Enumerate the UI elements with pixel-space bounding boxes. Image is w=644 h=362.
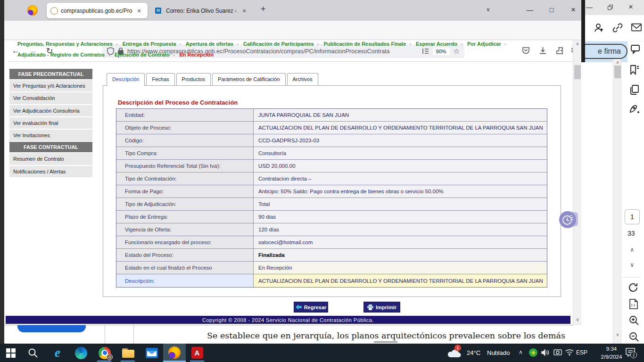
language-indicator[interactable]: ESP xyxy=(576,349,587,356)
taskbar-explorer-button[interactable] xyxy=(120,344,137,362)
page-down-icon[interactable]: ∨ xyxy=(630,261,635,268)
pocket-icon[interactable] xyxy=(522,47,530,55)
row-value: 120 días xyxy=(253,223,547,236)
weather-condition-text[interactable]: Nublado xyxy=(487,349,510,356)
row-value: saloceci@hotmail.com xyxy=(253,236,547,248)
close-icon[interactable]: × xyxy=(628,2,633,12)
row-label: Código: xyxy=(116,134,253,147)
minimize-button[interactable]: — xyxy=(521,3,539,17)
taskbar-firefox-active-tile[interactable] xyxy=(163,344,186,362)
breadcrumb-item[interactable]: Publicación de Resultados Finale xyxy=(323,41,406,47)
tab-compraspublicas[interactable]: compraspublicas.gob.ec/Proce × xyxy=(47,3,148,18)
breadcrumb-item[interactable]: Adjudicado - Registro de Contratos xyxy=(17,52,105,58)
pages-copy-icon[interactable] xyxy=(628,84,640,95)
regresar-button[interactable]: Regresar xyxy=(294,302,328,313)
email-icon[interactable] xyxy=(631,23,642,32)
tab-list-chevron-icon[interactable]: ∨ xyxy=(486,6,490,13)
clock-icon[interactable] xyxy=(559,211,576,228)
sidebar-item-preguntas[interactable]: Ver Preguntas y/ó Aclaraciones xyxy=(9,80,92,91)
breadcrumb-item[interactable]: Preguntas, Respuestas y Aclaraciones xyxy=(17,41,113,47)
wifi-tray-icon[interactable] xyxy=(565,349,574,356)
weather-tray-icon[interactable]: 1 xyxy=(445,344,463,362)
taskbar-edge-button[interactable] xyxy=(73,344,90,362)
maximize-button[interactable]: □ xyxy=(543,3,561,17)
sidebar-item-invitaciones[interactable]: Ver Invitaciones xyxy=(9,130,92,141)
sidebar-item-notificaciones[interactable]: Notificaciones / Alertas xyxy=(9,166,92,177)
bookmark-star-icon[interactable]: ☆ xyxy=(454,47,460,56)
meet-now-tray-icon[interactable] xyxy=(553,349,562,356)
add-signer-icon[interactable] xyxy=(594,22,605,33)
breadcrumb-item[interactable]: Calificación de Participantes xyxy=(243,41,314,47)
tab-descripcion[interactable]: Descripción xyxy=(107,73,145,86)
close-button[interactable]: × xyxy=(564,3,582,17)
start-button[interactable] xyxy=(4,344,18,362)
notification-center-icon[interactable]: 2 xyxy=(625,347,636,357)
chrome-icon: G xyxy=(99,347,111,359)
page-scrollbar-thumb[interactable] xyxy=(574,65,581,79)
pdf-scrollbar[interactable]: ∧ ∨ xyxy=(613,59,621,344)
breadcrumb-current: En Recepción xyxy=(179,52,214,58)
signature-pen-icon[interactable] xyxy=(628,103,641,115)
volume-tray-icon[interactable] xyxy=(541,349,550,356)
pdf-app-titlebar: — × xyxy=(581,0,644,15)
scroll-up-icon[interactable]: ∧ xyxy=(613,60,622,65)
sidebar-item-evaluacion[interactable]: Ver evaluación final xyxy=(9,117,92,129)
clock-widget[interactable] xyxy=(559,210,578,229)
downloads-icon[interactable] xyxy=(539,47,547,55)
zoom-out-icon[interactable] xyxy=(628,331,640,343)
folder-icon xyxy=(122,348,134,358)
rotate-icon[interactable] xyxy=(627,282,639,293)
sidebar-item-convalidacion[interactable]: Ver Convalidación xyxy=(9,92,92,104)
breadcrumb-item[interactable]: Entrega de Propuesta xyxy=(123,41,176,47)
tab-close-icon[interactable]: × xyxy=(135,7,143,15)
breadcrumb-item[interactable]: Ejecución de Contrato xyxy=(115,52,170,58)
tray-chevron-icon[interactable]: ∧ xyxy=(519,349,523,355)
page-scrollbar[interactable]: ∧ ∨ xyxy=(573,40,581,325)
taskbar-chrome-button[interactable]: G xyxy=(96,344,113,362)
page-up-icon[interactable]: ∧ xyxy=(630,246,635,253)
e-firma-button[interactable]: e firma xyxy=(579,44,627,59)
extensions-icon[interactable] xyxy=(556,47,564,55)
tab-parametros[interactable]: Parámetros de Calificación xyxy=(212,73,285,85)
tab-archivos[interactable]: Archivos xyxy=(287,73,318,85)
crumb-sep-icon: › xyxy=(179,41,181,47)
antivirus-tray-icon[interactable]: ✚ xyxy=(529,348,537,357)
page-number-input[interactable]: 1 xyxy=(625,209,640,224)
bookmarks-icon[interactable] xyxy=(628,64,640,75)
tab-close-icon[interactable]: × xyxy=(240,7,248,15)
firefox-logo-icon[interactable] xyxy=(27,5,38,16)
tab-productos[interactable]: Productos xyxy=(176,73,211,85)
taskbar-mail-button[interactable] xyxy=(143,344,160,362)
minimize-icon[interactable]: — xyxy=(586,3,593,11)
e-firma-label: e firma xyxy=(598,47,621,56)
svg-text:1:1: 1:1 xyxy=(631,304,636,307)
tab-fechas[interactable]: Fechas xyxy=(146,73,174,85)
reader-view-icon[interactable] xyxy=(422,48,429,55)
row-value: 90 dias xyxy=(253,211,547,223)
sidebar-item-adjudicacion[interactable]: Ver Adjudicación Consultoría xyxy=(9,105,92,116)
actual-size-icon[interactable]: 1:1 xyxy=(628,298,639,310)
comments-icon[interactable] xyxy=(628,44,641,56)
document-scrollbar-chip[interactable] xyxy=(374,341,397,343)
taskbar-search-button[interactable] xyxy=(25,344,41,362)
row-label: Vigencia de Oferta: xyxy=(116,223,253,236)
new-tab-button[interactable]: + xyxy=(261,4,266,14)
pdf-scrollbar-thumb[interactable] xyxy=(614,66,621,78)
taskbar-ie-button[interactable]: e xyxy=(49,344,66,362)
link-icon[interactable] xyxy=(612,23,623,33)
scroll-up-icon[interactable]: ∧ xyxy=(573,41,582,46)
taskbar-acrobat-button[interactable]: A xyxy=(189,344,206,362)
scroll-down-icon[interactable]: ∨ xyxy=(573,317,582,322)
scroll-down-icon[interactable]: ∨ xyxy=(613,332,622,337)
breadcrumb-item[interactable]: Esperar Acuerdo xyxy=(416,41,457,47)
site-favicon xyxy=(50,7,58,15)
breadcrumb-item[interactable]: Apertura de ofertas xyxy=(186,41,233,47)
zoom-in-icon[interactable] xyxy=(628,315,640,326)
clock-tray[interactable]: 9:34 2/9/2024 xyxy=(595,345,628,361)
breadcrumb-item[interactable]: Por Adjudicar xyxy=(467,41,501,47)
zoom-level-badge[interactable]: 90% xyxy=(433,48,450,55)
sidebar-item-resumen[interactable]: Resumen de Contrato xyxy=(9,153,92,165)
temperature-text[interactable]: 24°C xyxy=(467,349,480,356)
tab-outlook[interactable]: O Correo: Erika Olivo Suarez - Out × xyxy=(151,3,253,18)
imprimir-button[interactable]: Imprimir xyxy=(363,302,400,313)
